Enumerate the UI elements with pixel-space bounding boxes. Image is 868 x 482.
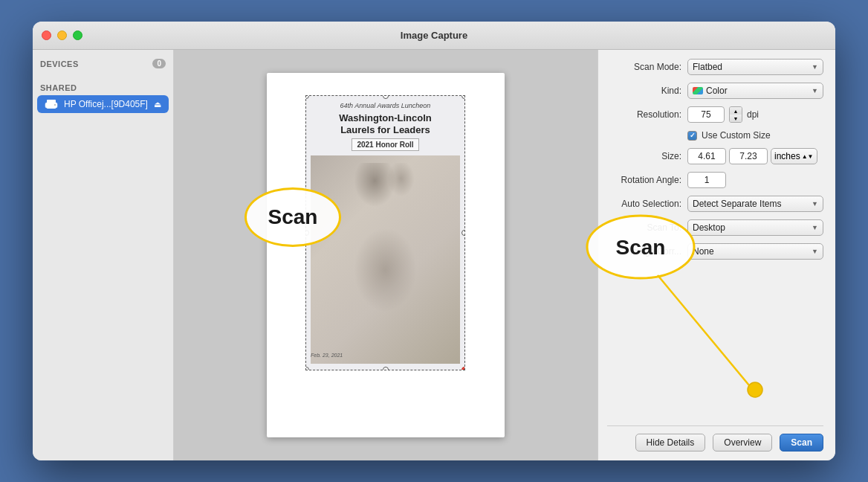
rotation-value: 1 [705, 175, 710, 185]
sidebar-item-printer[interactable]: HP Officej...[9D405F] ⏏ [37, 95, 169, 113]
kind-arrow: ▼ [812, 87, 818, 94]
auto-selection-arrow: ▼ [812, 200, 818, 208]
kind-select[interactable]: Color ▼ [687, 83, 823, 99]
doc-date: Feb. 23, 2021 [311, 353, 343, 358]
doc-small-title: 64th Annual Awards Luncheon [340, 102, 431, 109]
checkbox-check-icon: ✓ [690, 132, 696, 139]
shared-label: SHARED [40, 83, 77, 92]
scan-to-select[interactable]: Desktop ▼ [687, 219, 823, 236]
img-correction-arrow: ▼ [812, 248, 818, 255]
right-panel: Scan Mode: Flatbed ▼ Kind: Color ▼ [597, 50, 835, 460]
kind-value: Color [706, 86, 728, 96]
maximize-button[interactable] [73, 30, 82, 40]
auto-selection-select[interactable]: Detect Separate Items ▼ [687, 196, 823, 212]
scan-mode-select[interactable]: Flatbed ▼ [687, 59, 823, 75]
kind-row: Kind: Color ▼ [607, 83, 823, 99]
titlebar: Image Capture [33, 22, 835, 50]
scan-to-arrow: ▼ [812, 224, 818, 231]
stepper-down[interactable]: ▼ [730, 115, 742, 122]
scan-paper: 64th Annual Awards Luncheon Washington-L… [267, 73, 505, 437]
scan-to-label: Scan To: [607, 222, 681, 233]
resolution-value: 75 [701, 109, 710, 120]
devices-badge: 0 [152, 59, 166, 68]
shared-section: SHARED HP Officej...[9D405F] ⏏ [33, 74, 173, 116]
stepper-up[interactable]: ▲ [730, 107, 742, 115]
rotation-label: Rotation Angle: [607, 175, 681, 185]
auto-selection-row: Auto Selection: Detect Separate Items ▼ [607, 196, 823, 212]
printer-label: HP Officej...[9D405F] [64, 99, 148, 109]
unit-select[interactable]: inches ▲▼ [771, 148, 817, 164]
overview-button[interactable]: Overview [713, 434, 772, 452]
img-correction-label: Image Corr... [607, 246, 681, 257]
resolution-row: Resolution: 75 ▲ ▼ dpi [607, 106, 823, 123]
resolution-input[interactable]: 75 [687, 106, 725, 123]
scan-preview-area: 64th Annual Awards Luncheon Washington-L… [174, 50, 597, 460]
hide-details-button[interactable]: Hide Details [635, 434, 706, 452]
devices-label: DEVICES [40, 60, 79, 68]
doc-image: Feb. 23, 2021 [311, 155, 460, 364]
auto-selection-value: Detect Separate Items [693, 199, 781, 209]
resolution-stepper[interactable]: ▲ ▼ [729, 106, 742, 123]
close-button[interactable] [42, 30, 51, 40]
rotation-row: Rotation Angle: 1 [607, 172, 823, 188]
img-correction-row: Image Corr... None ▼ [607, 243, 823, 260]
scan-document[interactable]: 64th Annual Awards Luncheon Washington-L… [305, 95, 465, 370]
auto-selection-label: Auto Selection: [607, 199, 681, 209]
bottom-bar: Hide Details Overview Scan [607, 425, 823, 452]
devices-section: DEVICES 0 [33, 50, 173, 74]
unit-value: inches [774, 151, 800, 161]
rotation-input[interactable]: 1 [687, 172, 726, 188]
window-title: Image Capture [401, 30, 467, 41]
custom-size-checkbox[interactable]: ✓ [687, 131, 697, 141]
scan-mode-label: Scan Mode: [607, 62, 681, 72]
scan-mode-value: Flatbed [693, 62, 722, 72]
main-content: DEVICES 0 SHARED [33, 50, 835, 460]
size-width-value: 4.61 [698, 151, 715, 161]
kind-select-content: Color [693, 86, 728, 96]
custom-size-label: Use Custom Size [702, 130, 771, 141]
size-row: Size: 4.61 7.23 inches ▲▼ [607, 148, 823, 164]
scan-mode-row: Scan Mode: Flatbed ▼ [607, 59, 823, 75]
svg-rect-2 [47, 106, 56, 109]
minimize-button[interactable] [57, 30, 67, 40]
color-swatch-icon [693, 87, 703, 94]
svg-point-3 [54, 104, 56, 106]
resolution-controls: 75 ▲ ▼ dpi [687, 106, 759, 123]
printer-icon [45, 99, 58, 109]
devices-header: DEVICES 0 [33, 56, 173, 71]
resolution-label: Resolution: [607, 109, 681, 120]
size-controls: 4.61 7.23 inches ▲▼ [687, 148, 817, 164]
dpi-label: dpi [747, 109, 759, 120]
size-width-input[interactable]: 4.61 [687, 148, 726, 164]
img-correction-select[interactable]: None ▼ [687, 243, 823, 260]
shared-header: SHARED [33, 80, 173, 95]
size-height-input[interactable]: 7.23 [729, 148, 768, 164]
img-correction-value: None [693, 246, 714, 257]
scan-mode-arrow: ▼ [812, 63, 818, 71]
custom-size-row: ✓ Use Custom Size [607, 130, 823, 141]
document-content: 64th Annual Awards Luncheon Washington-L… [306, 96, 464, 370]
sidebar: DEVICES 0 SHARED [33, 50, 174, 460]
app-window: Image Capture DEVICES 0 SHARED [33, 22, 835, 460]
scan-to-value: Desktop [693, 222, 725, 233]
window-controls [42, 30, 82, 40]
unit-arrow: ▲▼ [802, 153, 814, 160]
doc-subtitle: 2021 Honor Roll [352, 138, 418, 151]
doc-main-title: Washington-LincolnLaurels for Leaders [339, 112, 431, 135]
svg-rect-1 [47, 100, 56, 103]
scan-to-row: Scan To: Desktop ▼ [607, 219, 823, 236]
eject-icon: ⏏ [154, 100, 161, 109]
size-height-value: 7.23 [739, 151, 757, 161]
size-label: Size: [607, 151, 681, 161]
kind-label: Kind: [607, 86, 681, 96]
scan-button[interactable]: Scan [780, 434, 823, 452]
